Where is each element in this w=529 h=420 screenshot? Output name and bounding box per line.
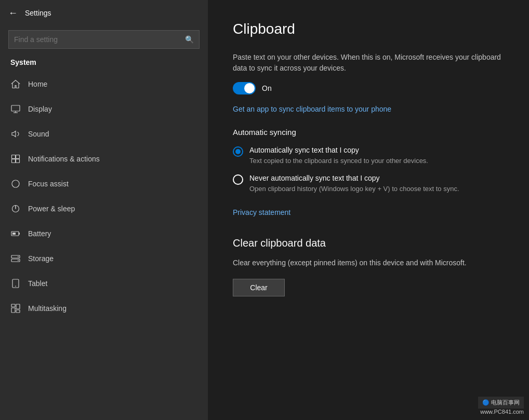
search-input[interactable] (14, 35, 185, 44)
app-title: Settings (25, 9, 51, 17)
watermark-url: www.PC841.com (480, 409, 524, 415)
display-icon (10, 104, 21, 114)
search-box[interactable]: 🔍 (8, 30, 200, 49)
system-label: System (0, 55, 208, 72)
sidebar-item-notifications[interactable]: Notifications & actions (0, 146, 208, 171)
sidebar-label-multitasking: Multitasking (28, 304, 67, 313)
radio-never-label: Never automatically sync text that I cop… (249, 174, 459, 182)
tablet-icon (10, 278, 21, 289)
radio-item-never[interactable]: Never automatically sync text that I cop… (233, 174, 504, 194)
sidebar-label-sound: Sound (28, 130, 49, 138)
sidebar-item-focus[interactable]: Focus assist (0, 171, 208, 196)
svg-rect-0 (11, 105, 20, 111)
sync-toggle[interactable] (233, 82, 256, 94)
sidebar-item-multitasking[interactable]: Multitasking (0, 296, 208, 321)
svg-point-14 (18, 256, 19, 258)
clear-section-title: Clear clipboard data (233, 237, 504, 249)
sidebar-label-focus: Focus assist (28, 180, 69, 188)
battery-icon (10, 228, 21, 239)
sidebar-item-power[interactable]: Power & sleep (0, 196, 208, 221)
watermark: 🔵 电脑百事网 www.PC841.com (478, 397, 524, 415)
multitasking-icon (10, 303, 21, 314)
radio-auto-label: Automatically sync text that I copy (249, 146, 428, 154)
power-icon (10, 204, 21, 214)
sidebar-nav: Home Display Sound (0, 72, 208, 321)
watermark-text: 🔵 电脑百事网 (482, 399, 520, 407)
sidebar-item-home[interactable]: Home (0, 72, 208, 97)
svg-point-15 (18, 260, 19, 261)
sidebar-item-display[interactable]: Display (0, 97, 208, 121)
radio-auto[interactable] (233, 146, 243, 157)
svg-rect-21 (16, 310, 20, 313)
radio-item-auto[interactable]: Automatically sync text that I copy Text… (233, 146, 504, 166)
sidebar-item-storage[interactable]: Storage (0, 246, 208, 271)
toggle-row: On (233, 82, 504, 94)
sync-phone-link[interactable]: Get an app to sync clipboard items to yo… (233, 105, 504, 113)
search-icon: 🔍 (185, 35, 194, 44)
auto-sync-label: Automatic syncing (233, 128, 504, 137)
toggle-label: On (262, 84, 272, 92)
storage-icon (10, 253, 21, 264)
sound-icon (10, 129, 21, 139)
sidebar-label-battery: Battery (28, 229, 51, 238)
svg-rect-3 (12, 155, 16, 159)
privacy-link[interactable]: Privacy statement (233, 208, 504, 216)
clear-description: Clear everything (except pinned items) o… (233, 258, 482, 268)
radio-group: Automatically sync text that I copy Text… (233, 146, 504, 194)
sidebar-item-tablet[interactable]: Tablet (0, 271, 208, 296)
sidebar-label-notifications: Notifications & actions (28, 155, 100, 163)
clear-button[interactable]: Clear (233, 279, 285, 296)
sync-description: Paste text on your other devices. When t… (233, 52, 504, 74)
radio-never[interactable] (233, 174, 243, 185)
svg-rect-19 (11, 308, 15, 313)
sidebar-label-tablet: Tablet (28, 279, 47, 288)
focus-icon (10, 179, 21, 189)
svg-rect-20 (16, 304, 20, 309)
svg-rect-4 (16, 155, 20, 159)
radio-auto-sublabel: Text copied to the clipboard is synced t… (249, 156, 428, 166)
sidebar-label-display: Display (28, 105, 52, 113)
toggle-thumb (244, 83, 255, 93)
notifications-icon (10, 154, 21, 164)
svg-rect-5 (12, 159, 16, 163)
sidebar-label-power: Power & sleep (28, 205, 75, 213)
back-button[interactable]: ← (8, 8, 18, 19)
svg-rect-11 (19, 233, 20, 235)
svg-rect-10 (12, 233, 16, 235)
sidebar-item-sound[interactable]: Sound (0, 121, 208, 146)
radio-never-sublabel: Open clipboard history (Windows logo key… (249, 184, 459, 194)
svg-rect-6 (16, 159, 20, 163)
sidebar-item-battery[interactable]: Battery (0, 221, 208, 246)
svg-rect-18 (11, 304, 15, 307)
sidebar-label-home: Home (28, 80, 47, 88)
sidebar-label-storage: Storage (28, 254, 54, 263)
home-icon (10, 79, 21, 89)
page-title: Clipboard (233, 21, 504, 37)
